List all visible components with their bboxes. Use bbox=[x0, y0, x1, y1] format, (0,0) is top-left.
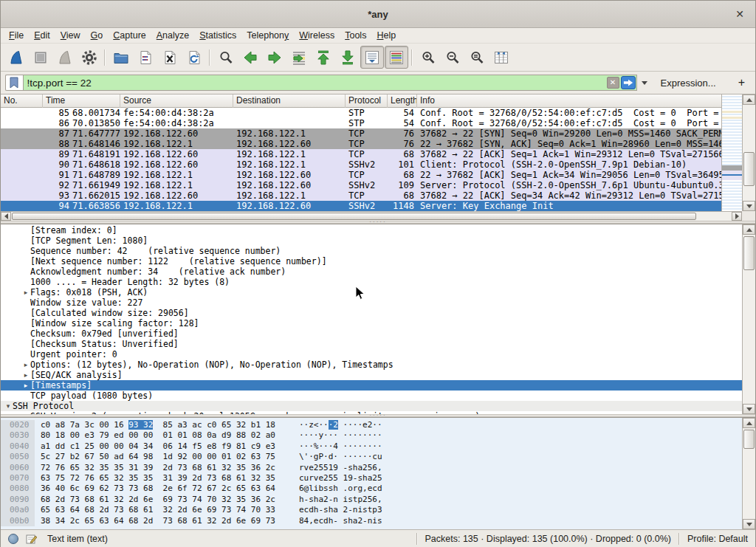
detail-line[interactable]: Sequence number: 42 (relative sequence n… bbox=[1, 246, 742, 256]
expression-button[interactable]: Expression... bbox=[661, 78, 716, 89]
hex-row[interactable]: 00a065 63 64 68 2d 73 68 61 32 2d 6e 69 … bbox=[1, 505, 742, 515]
menu-analyze[interactable]: Analyze bbox=[151, 29, 194, 42]
hex-bytes[interactable]: 63 75 72 76 65 32 35 35 31 39 2d 73 68 6… bbox=[41, 473, 295, 484]
packet-row[interactable]: 8971.648191037192.168.122.60192.168.122.… bbox=[1, 149, 721, 159]
hex-row[interactable]: 008036 40 6c 69 62 73 73 68 2e 6f 72 67 … bbox=[1, 484, 742, 494]
display-filter-input[interactable] bbox=[24, 75, 607, 90]
display-filter-field[interactable]: ✕ bbox=[23, 75, 637, 91]
details-vscrollbar[interactable] bbox=[742, 224, 755, 414]
scrollbar-thumb[interactable] bbox=[743, 236, 755, 270]
zoom-in-button[interactable] bbox=[416, 46, 440, 69]
menu-tools[interactable]: Tools bbox=[340, 29, 371, 42]
menu-file[interactable]: File bbox=[4, 29, 29, 42]
go-forward-button[interactable] bbox=[263, 46, 286, 69]
detail-line[interactable]: ▾SSH Protocol bbox=[1, 401, 742, 411]
column-header-source[interactable]: Source bbox=[120, 94, 233, 108]
zoom-100-button[interactable] bbox=[465, 46, 489, 69]
hex-bytes[interactable]: 80 18 00 e3 79 ed 00 00 01 01 08 0a d9 8… bbox=[41, 430, 295, 441]
hex-row[interactable]: 006072 76 65 32 35 35 31 39 2d 73 68 61 … bbox=[1, 463, 742, 473]
scrollbar-thumb[interactable] bbox=[12, 213, 696, 220]
go-to-packet-button[interactable] bbox=[287, 46, 311, 69]
scroll-right-icon[interactable] bbox=[732, 212, 742, 221]
scroll-up-icon[interactable] bbox=[743, 94, 755, 105]
hex-bytes[interactable]: 5c 27 b2 67 50 ad 64 98 1d 92 00 00 01 0… bbox=[41, 452, 295, 462]
scroll-down-icon[interactable] bbox=[743, 404, 755, 414]
packet-row[interactable]: 9271.661949820192.168.122.1192.168.122.6… bbox=[1, 180, 721, 190]
menu-edit[interactable]: Edit bbox=[29, 29, 55, 42]
clear-filter-icon[interactable]: ✕ bbox=[607, 77, 619, 89]
scrollbar-thumb[interactable] bbox=[743, 430, 755, 449]
detail-line[interactable]: Checksum: 0x79ed [unverified] bbox=[1, 328, 742, 339]
open-file-button[interactable] bbox=[109, 46, 133, 69]
close-icon[interactable]: ✕ bbox=[733, 7, 746, 21]
hex-row[interactable]: 0020c0 a8 7a 3c 00 16 93 32 85 a3 ac c0 … bbox=[1, 420, 742, 430]
detail-line[interactable]: Window size value: 227 bbox=[1, 297, 742, 308]
status-profile[interactable]: Profile: Default bbox=[687, 534, 748, 544]
expert-info-icon[interactable] bbox=[8, 534, 18, 544]
hex-bytes[interactable]: 38 34 2c 65 63 64 68 2d 73 68 61 32 2d 6… bbox=[41, 516, 295, 526]
packet-row[interactable]: 9171.648789678192.168.122.1192.168.122.6… bbox=[1, 170, 721, 180]
expand-arrow-icon[interactable]: ▾ bbox=[4, 401, 13, 411]
start-capture-button[interactable] bbox=[4, 46, 28, 69]
scroll-up-icon[interactable] bbox=[743, 418, 755, 428]
find-packet-button[interactable] bbox=[214, 46, 238, 69]
packet-list-minimap[interactable] bbox=[721, 94, 742, 211]
apply-filter-icon[interactable] bbox=[621, 76, 636, 89]
detail-line[interactable]: [Stream index: 0] bbox=[1, 225, 742, 235]
scroll-left-icon[interactable] bbox=[1, 212, 11, 221]
packet-row[interactable]: 8568.001734936fe:54:00:d4:38:2aSTP54Conf… bbox=[1, 108, 721, 118]
close-file-button[interactable] bbox=[158, 46, 182, 69]
capture-options-button[interactable] bbox=[78, 46, 101, 69]
stop-capture-button[interactable] bbox=[29, 46, 52, 69]
save-file-button[interactable] bbox=[134, 46, 157, 69]
detail-line[interactable]: ▸Options: (12 bytes), No-Operation (NOP)… bbox=[1, 359, 742, 370]
detail-line[interactable]: 1000 .... = Header Length: 32 bytes (8) bbox=[1, 277, 742, 287]
title-bar[interactable]: *any ✕ bbox=[1, 1, 755, 28]
detail-line[interactable]: Acknowledgment number: 34 (relative ack … bbox=[1, 266, 742, 277]
hex-bytes[interactable]: a1 dd c1 25 00 00 04 34 06 14 f5 e8 f9 8… bbox=[41, 441, 295, 452]
menu-wireless[interactable]: Wireless bbox=[294, 29, 340, 42]
reload-file-button[interactable] bbox=[182, 46, 206, 69]
hex-bytes[interactable]: c0 a8 7a 3c 00 16 93 32 85 a3 ac c0 65 3… bbox=[41, 420, 295, 430]
detail-line[interactable]: [Calculated window size: 29056] bbox=[1, 308, 742, 318]
detail-line[interactable]: [Next sequence number: 1122 (relative se… bbox=[1, 256, 742, 266]
column-header-no[interactable]: No. bbox=[1, 94, 43, 108]
scroll-down-icon[interactable] bbox=[743, 201, 755, 211]
menu-statistics[interactable]: Statistics bbox=[194, 29, 241, 42]
hex-row[interactable]: 007063 75 72 76 65 32 35 35 31 39 2d 73 … bbox=[1, 473, 742, 484]
column-header-destination[interactable]: Destination bbox=[233, 94, 346, 108]
zoom-out-button[interactable] bbox=[441, 46, 464, 69]
go-to-top-button[interactable] bbox=[312, 46, 335, 69]
bytes-vscrollbar[interactable] bbox=[742, 418, 755, 529]
detail-line[interactable]: Urgent pointer: 0 bbox=[1, 349, 742, 359]
hex-bytes[interactable]: 68 2d 73 68 61 32 2d 6e 69 73 74 70 32 3… bbox=[41, 495, 295, 505]
restart-capture-button[interactable] bbox=[53, 46, 77, 69]
hex-bytes[interactable]: 36 40 6c 69 62 73 73 68 2e 6f 72 67 2c 6… bbox=[41, 484, 295, 494]
packet-row[interactable]: 9371.662015274192.168.122.60192.168.122.… bbox=[1, 190, 721, 201]
column-header-time[interactable]: Time bbox=[43, 94, 120, 108]
collapse-arrow-icon[interactable]: ▸ bbox=[21, 380, 30, 391]
hex-bytes[interactable]: 72 76 65 32 35 35 31 39 2d 73 68 61 32 3… bbox=[41, 463, 295, 473]
detail-line[interactable]: [Window size scaling factor: 128] bbox=[1, 318, 742, 328]
hex-ascii[interactable]: ···%···4 ········ bbox=[299, 441, 382, 452]
hex-ascii[interactable]: ··z<···2 ····e2·· bbox=[299, 420, 382, 430]
packet-row[interactable]: 8670.013850163fe:54:00:d4:38:2aSTP54Conf… bbox=[1, 118, 721, 128]
filter-bookmark-button[interactable] bbox=[5, 75, 23, 91]
hex-row[interactable]: 0040a1 dd c1 25 00 00 04 34 06 14 f5 e8 … bbox=[1, 441, 742, 452]
hex-bytes[interactable]: 65 63 64 68 2d 73 68 61 32 2d 6e 69 73 7… bbox=[41, 505, 295, 515]
hex-ascii[interactable]: ····y··· ········ bbox=[299, 430, 382, 441]
packet-row[interactable]: 8871.648146932192.168.122.1192.168.122.6… bbox=[1, 139, 721, 149]
resize-columns-button[interactable] bbox=[489, 46, 513, 69]
menu-go[interactable]: Go bbox=[86, 29, 109, 42]
hex-ascii[interactable]: 6@libssh .org,ecd bbox=[299, 484, 382, 494]
detail-line[interactable]: TCP payload (1080 bytes) bbox=[1, 391, 742, 401]
collapse-arrow-icon[interactable]: ▸ bbox=[21, 411, 30, 414]
detail-line[interactable]: [TCP Segment Len: 1080] bbox=[1, 235, 742, 246]
detail-line[interactable]: ▸[Timestamps] bbox=[1, 380, 742, 391]
menu-view[interactable]: View bbox=[55, 29, 86, 42]
collapse-arrow-icon[interactable]: ▸ bbox=[21, 287, 30, 297]
capture-comment-icon[interactable] bbox=[25, 533, 37, 545]
menu-capture[interactable]: Capture bbox=[108, 29, 151, 42]
hex-row[interactable]: 00505c 27 b2 67 50 ad 64 98 1d 92 00 00 … bbox=[1, 452, 742, 462]
scroll-up-icon[interactable] bbox=[743, 224, 755, 235]
